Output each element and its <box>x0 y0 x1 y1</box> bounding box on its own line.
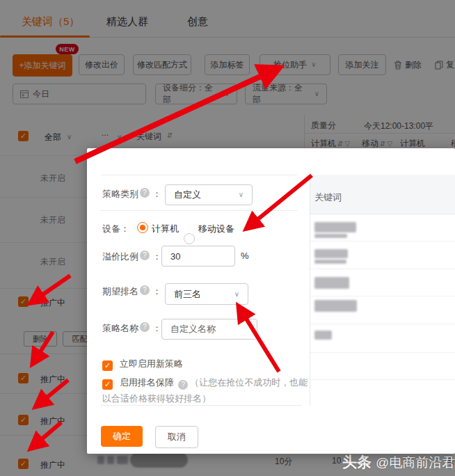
help-icon[interactable]: ? <box>140 251 150 260</box>
grab-helper-dialog: 策略类别 ? ： 自定义 ∨ 设备： 计算机 移动设备 溢价比例 ? ： 30 … <box>87 148 455 454</box>
rank-select[interactable]: 前三名 ∨ <box>165 283 248 305</box>
panel-row-divider <box>310 352 455 353</box>
cancel-button[interactable]: 取消 <box>155 426 198 448</box>
keyword-blur <box>314 222 356 232</box>
strategy-type-value: 自定义 <box>174 189 239 201</box>
strategy-type-select[interactable]: 自定义 ∨ <box>165 184 253 205</box>
question-glyph: ? <box>181 381 185 388</box>
guarantee-checkbox[interactable]: ✓ <box>102 379 113 390</box>
radio-mobile[interactable] <box>184 233 195 244</box>
footer-divider <box>101 405 301 406</box>
radio-mobile-label[interactable]: 移动设备 <box>198 223 234 235</box>
check-icon: ✓ <box>104 362 111 370</box>
panel-row-divider <box>310 324 455 324</box>
watermark-brand: 头条 <box>342 454 372 470</box>
help-icon[interactable]: ? <box>140 188 150 198</box>
guarantee-label: 启用排名保障 <box>120 377 174 388</box>
help-icon[interactable]: ? <box>140 285 150 295</box>
confirm-button[interactable]: 确定 <box>101 426 143 447</box>
keyword-blur <box>314 260 346 264</box>
premium-unit: % <box>241 251 249 261</box>
question-glyph: ? <box>143 252 147 259</box>
colon: ： <box>152 188 161 200</box>
strategy-name-label: 策略名称 <box>102 322 138 335</box>
radio-pc-label[interactable]: 计算机 <box>152 223 179 235</box>
keyword-blur <box>314 331 332 340</box>
enable-now-label: 立即启用新策略 <box>120 358 183 369</box>
chevron-down-icon: ∨ <box>239 191 244 198</box>
keyword-blur <box>314 277 349 289</box>
colon: ： <box>152 322 161 335</box>
panel-row-divider <box>310 296 455 296</box>
check-icon: ✓ <box>104 381 111 388</box>
help-icon[interactable]: ? <box>140 322 150 332</box>
field-divider <box>101 210 297 211</box>
keyword-blur <box>314 300 357 312</box>
guarantee-option[interactable]: ✓ 启用排名保障 ?（让您在抢位不成功时，也能以合适价格获得较好排名） <box>102 374 317 406</box>
watermark: 头条@电商前沿君 <box>342 452 455 472</box>
strategy-name-value: 自定义名称 <box>170 323 216 335</box>
app-window: 关键词（5） 精选人群 创意 +添加关键词 NEW 修改出价 修改匹配方式 添加… <box>0 0 455 476</box>
colon: ： <box>152 285 161 298</box>
keyword-panel-header: 关键词 <box>310 175 455 214</box>
enable-now-option[interactable]: ✓ 立即启用新策略 <box>102 358 183 371</box>
panel-row-divider <box>310 269 455 269</box>
device-label: 设备： <box>102 223 129 235</box>
rank-value: 前三名 <box>174 288 234 301</box>
radio-pc[interactable] <box>137 222 148 233</box>
premium-label: 溢价比例 <box>102 251 138 263</box>
keyword-panel-title: 关键词 <box>314 191 342 204</box>
watermark-handle: @电商前沿君 <box>376 455 455 470</box>
premium-input[interactable]: 30 <box>161 246 235 267</box>
premium-value: 30 <box>170 251 180 262</box>
colon: ： <box>152 251 161 263</box>
panel-row-divider <box>310 379 455 380</box>
chevron-down-icon: ∨ <box>234 291 239 298</box>
strategy-type-label: 策略类别 <box>102 188 138 200</box>
dialog-top-divider <box>101 175 297 175</box>
question-glyph: ? <box>143 324 147 331</box>
question-glyph: ? <box>143 287 147 294</box>
question-glyph: ? <box>143 189 147 196</box>
rank-label: 期望排名 <box>102 285 138 298</box>
enable-now-checkbox[interactable]: ✓ <box>102 360 113 371</box>
help-icon[interactable]: ? <box>178 380 188 390</box>
panel-row-divider <box>310 241 455 241</box>
keyword-blur <box>314 249 348 258</box>
strategy-name-input[interactable]: 自定义名称 <box>161 319 257 340</box>
keyword-blur <box>314 234 347 238</box>
